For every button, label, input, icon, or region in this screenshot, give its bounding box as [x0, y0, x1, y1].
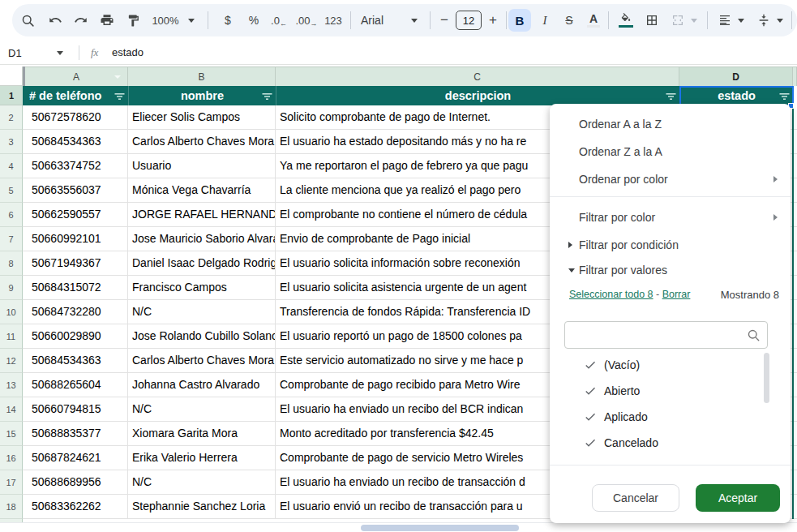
- search-icon[interactable]: [18, 7, 37, 33]
- row-number[interactable]: 5: [0, 178, 23, 203]
- cell-phone[interactable]: 50684315072: [23, 276, 128, 300]
- cell-name[interactable]: Francisco Campos: [128, 276, 276, 300]
- cell-phone[interactable]: 50684732280: [23, 300, 128, 324]
- cell-phone[interactable]: 50671949367: [23, 251, 128, 276]
- row-number[interactable]: 18: [0, 495, 23, 519]
- menu-item-sort-az[interactable]: Ordenar A a la Z: [550, 110, 791, 138]
- font-caret-icon[interactable]: [409, 7, 419, 33]
- cell-name[interactable]: Johanna Castro Alvarado: [128, 373, 276, 397]
- italic-button[interactable]: I: [535, 7, 555, 33]
- row-number-1[interactable]: 1: [0, 86, 23, 105]
- cell-name[interactable]: Jose Mauricio Saborio Alvara: [128, 227, 276, 251]
- cell-name[interactable]: Eliecer Solis Campos: [128, 105, 276, 130]
- cell-phone[interactable]: 50672578620: [23, 105, 128, 130]
- cell-phone[interactable]: 50687824621: [23, 446, 128, 470]
- undo-icon[interactable]: [45, 7, 65, 33]
- format-currency-button[interactable]: $: [217, 7, 238, 33]
- row-number[interactable]: 6: [0, 203, 23, 227]
- cell-phone[interactable]: 50684534363: [23, 130, 128, 154]
- font-size-input[interactable]: 12: [456, 11, 482, 30]
- cell-name[interactable]: Xiomara Garita Mora: [128, 422, 276, 446]
- horizontal-align-button[interactable]: [715, 7, 735, 33]
- cell-phone[interactable]: 50660794815: [23, 397, 128, 422]
- column-header-d[interactable]: D: [679, 66, 793, 86]
- filter-icon[interactable]: [262, 91, 272, 104]
- paint-format-icon[interactable]: [123, 7, 143, 33]
- row-number[interactable]: 4: [0, 154, 23, 178]
- formula-input[interactable]: estado: [112, 46, 144, 58]
- text-color-button[interactable]: A: [584, 7, 603, 33]
- filter-value-item[interactable]: Abierto: [550, 378, 791, 404]
- menu-item-filter-by-condition[interactable]: Filtrar por condición: [550, 231, 791, 259]
- row-number[interactable]: 16: [0, 446, 23, 470]
- row-number[interactable]: 17: [0, 470, 23, 495]
- cell-name[interactable]: Mónica Vega Chavarría: [128, 178, 276, 203]
- vertical-align-button[interactable]: [754, 7, 773, 33]
- cell-phone[interactable]: 50683362262: [23, 495, 128, 519]
- accept-button[interactable]: Aceptar: [696, 484, 780, 512]
- cell-phone[interactable]: 50688689956: [23, 470, 128, 495]
- horizontal-scrollbar-thumb[interactable]: [361, 525, 519, 531]
- header-cell-estado[interactable]: estado: [679, 86, 793, 105]
- cell-phone[interactable]: 50663556037: [23, 178, 128, 203]
- font-name-select[interactable]: Arial: [361, 7, 393, 33]
- format-percent-button[interactable]: %: [243, 7, 264, 33]
- filter-value-item[interactable]: Aplicado: [550, 404, 791, 430]
- column-header-b[interactable]: B: [128, 66, 276, 86]
- cell-name[interactable]: Daniel Isaac Delgado Rodrig: [128, 251, 276, 276]
- row-number[interactable]: 11: [0, 324, 23, 349]
- fill-color-button[interactable]: [616, 7, 636, 33]
- row-number[interactable]: 7: [0, 227, 23, 251]
- bold-button[interactable]: B: [508, 9, 531, 32]
- clear-link[interactable]: Borrar: [662, 289, 691, 300]
- cell-phone[interactable]: 50688265604: [23, 373, 128, 397]
- row-number[interactable]: 12: [0, 349, 23, 373]
- cell-phone[interactable]: 50663374752: [23, 154, 128, 178]
- zoom-select[interactable]: 100%: [148, 7, 182, 33]
- filter-value-item[interactable]: (Vacío): [550, 352, 791, 378]
- decrease-decimal-button[interactable]: .0←: [268, 7, 290, 33]
- filter-search-input[interactable]: [564, 321, 768, 349]
- filter-value-item[interactable]: Cancelado: [550, 430, 791, 456]
- row-number[interactable]: 14: [0, 397, 23, 422]
- merge-caret-icon[interactable]: [689, 7, 699, 33]
- decrease-font-size-button[interactable]: −: [436, 7, 452, 33]
- cell-phone[interactable]: 50684534363: [23, 349, 128, 373]
- row-number[interactable]: 13: [0, 373, 23, 397]
- cell-name[interactable]: Erika Valerio Herrera: [128, 446, 276, 470]
- menu-item-sort-by-color[interactable]: Ordenar por color: [550, 165, 791, 193]
- cell-phone[interactable]: 50660992101: [23, 227, 128, 251]
- filter-icon[interactable]: [666, 91, 676, 104]
- cell-name[interactable]: N/C: [128, 300, 276, 324]
- cell-name[interactable]: Carlos Alberto Chaves Mora: [128, 349, 276, 373]
- merge-cells-button[interactable]: [668, 7, 688, 33]
- cell-name[interactable]: Carlos Alberto Chaves Mora: [128, 130, 276, 154]
- row-number[interactable]: 15: [0, 422, 23, 446]
- cell-name[interactable]: Usuario: [128, 154, 276, 178]
- column-header-a[interactable]: A: [25, 66, 128, 86]
- cell-name[interactable]: N/C: [128, 397, 276, 422]
- row-number[interactable]: 3: [0, 130, 23, 154]
- cell-phone[interactable]: 50662590557: [23, 203, 128, 227]
- column-header-e[interactable]: [793, 66, 797, 86]
- select-all-link[interactable]: Seleccionar todo 8: [569, 289, 653, 300]
- menu-item-sort-za[interactable]: Ordenar Z a la A: [550, 138, 791, 165]
- cell-phone[interactable]: 50688835377: [23, 422, 128, 446]
- header-cell-descripcion[interactable]: descripcion: [276, 86, 679, 105]
- redo-icon[interactable]: [71, 7, 91, 33]
- row-number[interactable]: 9: [0, 276, 23, 300]
- row-number[interactable]: 10: [0, 300, 23, 324]
- header-cell-nombre[interactable]: nombre: [128, 86, 276, 105]
- header-cell-telefono[interactable]: # de teléfono: [23, 86, 128, 105]
- select-all-corner[interactable]: [0, 66, 23, 86]
- filter-icon[interactable]: [779, 91, 790, 104]
- row-number[interactable]: 2: [0, 105, 23, 130]
- filter-icon[interactable]: [114, 91, 125, 104]
- cell-name[interactable]: Stephannie Sanchez Loria: [128, 495, 276, 519]
- menu-item-filter-by-color[interactable]: Filtrar por color: [550, 204, 791, 231]
- valign-caret-icon[interactable]: [775, 7, 785, 33]
- cell-phone[interactable]: 50660029890: [23, 324, 128, 349]
- row-number[interactable]: 8: [0, 251, 23, 276]
- name-box[interactable]: D1: [8, 41, 63, 65]
- increase-font-size-button[interactable]: +: [485, 7, 501, 33]
